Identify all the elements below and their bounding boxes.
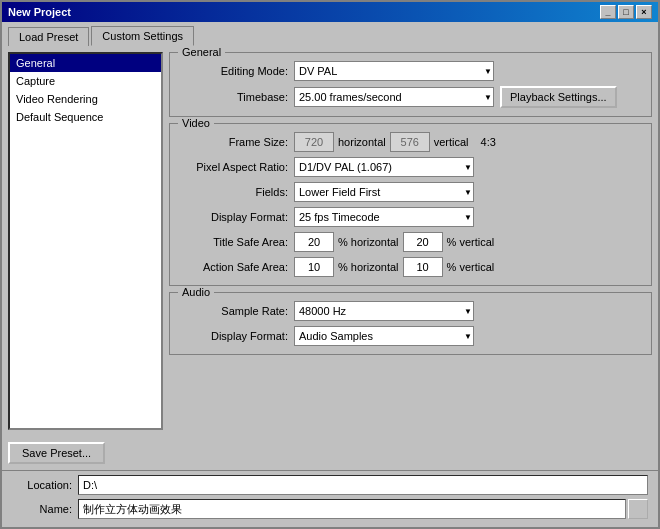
display-format-row: Display Format: 25 fps Timecode 30 fps T… (178, 207, 643, 227)
name-browse-button[interactable] (628, 499, 648, 519)
fields-label: Fields: (178, 186, 288, 198)
maximize-button[interactable]: □ (618, 5, 634, 19)
sample-rate-dropdown-wrap: 48000 Hz 44100 Hz 32000 Hz (294, 301, 474, 321)
main-window: New Project _ □ × Load Preset Custom Set… (0, 0, 660, 529)
display-format-dropdown-wrap: 25 fps Timecode 30 fps Timecode (294, 207, 474, 227)
title-bar-buttons: _ □ × (600, 5, 652, 19)
name-label: Name: (12, 503, 72, 515)
title-safe-pct-h: % horizontal (338, 236, 399, 248)
title-safe-pct-v: % vertical (447, 236, 495, 248)
video-section: Video Frame Size: horizontal vertical 4:… (169, 123, 652, 286)
close-button[interactable]: × (636, 5, 652, 19)
sample-rate-row: Sample Rate: 48000 Hz 44100 Hz 32000 Hz (178, 301, 643, 321)
timebase-label: Timebase: (178, 91, 288, 103)
location-label: Location: (12, 479, 72, 491)
bottom-bar: Save Preset... (2, 436, 658, 470)
frame-size-row: Frame Size: horizontal vertical 4:3 (178, 132, 643, 152)
fields-dropdown[interactable]: Lower Field First Upper Field First No F… (294, 182, 474, 202)
frame-height-input[interactable] (390, 132, 430, 152)
content-area: General Capture Video Rendering Default … (2, 46, 658, 436)
display-format-dropdown[interactable]: 25 fps Timecode 30 fps Timecode (294, 207, 474, 227)
tab-load-preset[interactable]: Load Preset (8, 27, 89, 46)
aspect-ratio-label: 4:3 (481, 136, 496, 148)
sidebar-item-capture[interactable]: Capture (10, 72, 161, 90)
save-preset-button[interactable]: Save Preset... (8, 442, 105, 464)
sample-rate-label: Sample Rate: (178, 305, 288, 317)
horizontal-label: horizontal (338, 136, 386, 148)
window-title: New Project (8, 6, 71, 18)
audio-section: Audio Sample Rate: 48000 Hz 44100 Hz 320… (169, 292, 652, 355)
action-safe-pct-h: % horizontal (338, 261, 399, 273)
editing-mode-dropdown[interactable]: DV PAL DV NTSC HDV (294, 61, 494, 81)
title-safe-h-input[interactable] (294, 232, 334, 252)
sidebar-item-general[interactable]: General (10, 54, 161, 72)
general-section-label: General (178, 46, 225, 58)
name-row: Name: (12, 499, 648, 519)
action-safe-label: Action Safe Area: (178, 261, 288, 273)
action-safe-row: Action Safe Area: % horizontal % vertica… (178, 257, 643, 277)
audio-display-format-label: Display Format: (178, 330, 288, 342)
location-input[interactable] (78, 475, 648, 495)
frame-size-label: Frame Size: (178, 136, 288, 148)
audio-section-label: Audio (178, 286, 214, 298)
editing-mode-dropdown-wrap: DV PAL DV NTSC HDV (294, 61, 494, 81)
timebase-dropdown[interactable]: 25.00 frames/second 29.97 frames/second … (294, 87, 494, 107)
audio-display-format-row: Display Format: Audio Samples Millisecon… (178, 326, 643, 346)
action-safe-pct-v: % vertical (447, 261, 495, 273)
timebase-dropdown-wrap: 25.00 frames/second 29.97 frames/second … (294, 87, 494, 107)
sample-rate-dropdown[interactable]: 48000 Hz 44100 Hz 32000 Hz (294, 301, 474, 321)
pixel-aspect-label: Pixel Aspect Ratio: (178, 161, 288, 173)
editing-mode-label: Editing Mode: (178, 65, 288, 77)
fields-row: Fields: Lower Field First Upper Field Fi… (178, 182, 643, 202)
sidebar-item-default-sequence[interactable]: Default Sequence (10, 108, 161, 126)
audio-display-format-dropdown-wrap: Audio Samples Milliseconds (294, 326, 474, 346)
vertical-label: vertical (434, 136, 469, 148)
name-input[interactable] (78, 499, 626, 519)
minimize-button[interactable]: _ (600, 5, 616, 19)
playback-settings-button[interactable]: Playback Settings... (500, 86, 617, 108)
left-nav-panel: General Capture Video Rendering Default … (8, 52, 163, 430)
general-section: General Editing Mode: DV PAL DV NTSC HDV… (169, 52, 652, 117)
tab-custom-settings[interactable]: Custom Settings (91, 26, 194, 46)
tabs-bar: Load Preset Custom Settings (2, 22, 658, 46)
video-section-label: Video (178, 117, 214, 129)
location-row: Location: (12, 475, 648, 495)
action-safe-v-input[interactable] (403, 257, 443, 277)
editing-mode-row: Editing Mode: DV PAL DV NTSC HDV (178, 61, 643, 81)
audio-display-format-dropdown[interactable]: Audio Samples Milliseconds (294, 326, 474, 346)
sidebar-item-video-rendering[interactable]: Video Rendering (10, 90, 161, 108)
pixel-aspect-dropdown[interactable]: D1/DV PAL (1.067) Square Pixels (1.0) (294, 157, 474, 177)
footer-area: Location: Name: (2, 470, 658, 527)
title-safe-label: Title Safe Area: (178, 236, 288, 248)
right-panel: General Editing Mode: DV PAL DV NTSC HDV… (169, 52, 652, 430)
pixel-aspect-row: Pixel Aspect Ratio: D1/DV PAL (1.067) Sq… (178, 157, 643, 177)
title-safe-v-input[interactable] (403, 232, 443, 252)
pixel-aspect-dropdown-wrap: D1/DV PAL (1.067) Square Pixels (1.0) (294, 157, 474, 177)
display-format-label: Display Format: (178, 211, 288, 223)
title-safe-row: Title Safe Area: % horizontal % vertical (178, 232, 643, 252)
title-bar: New Project _ □ × (2, 2, 658, 22)
frame-width-input[interactable] (294, 132, 334, 152)
fields-dropdown-wrap: Lower Field First Upper Field First No F… (294, 182, 474, 202)
action-safe-h-input[interactable] (294, 257, 334, 277)
timebase-row: Timebase: 25.00 frames/second 29.97 fram… (178, 86, 643, 108)
